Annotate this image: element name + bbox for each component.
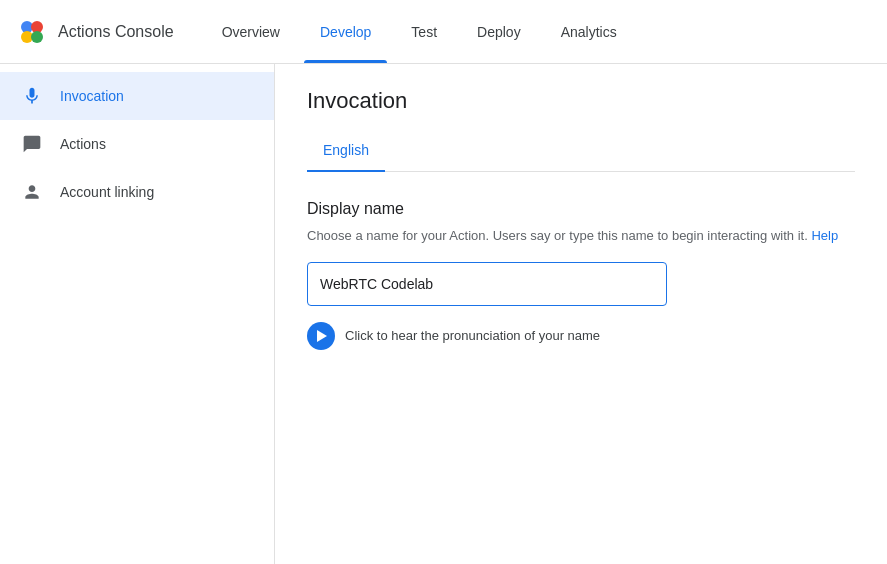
tab-develop[interactable]: Develop	[304, 0, 387, 63]
display-name-input[interactable]	[307, 262, 667, 306]
help-link[interactable]: Help	[811, 228, 838, 243]
sidebar-item-invocation[interactable]: Invocation	[0, 72, 274, 120]
sidebar-label-invocation: Invocation	[60, 88, 124, 104]
tab-english[interactable]: English	[307, 130, 385, 172]
sidebar-label-account-linking: Account linking	[60, 184, 154, 200]
nav-tabs: Overview Develop Test Deploy Analytics	[206, 0, 871, 63]
pronunciation-row: Click to hear the pronunciation of your …	[307, 322, 855, 350]
sidebar-item-actions[interactable]: Actions	[0, 120, 274, 168]
play-pronunciation-button[interactable]	[307, 322, 335, 350]
main-content: Invocation English Display name Choose a…	[275, 64, 887, 564]
svg-point-3	[31, 31, 43, 43]
content-area: Display name Choose a name for your Acti…	[275, 172, 887, 378]
tab-test[interactable]: Test	[395, 0, 453, 63]
person-icon	[20, 182, 44, 202]
pronunciation-label: Click to hear the pronunciation of your …	[345, 328, 600, 343]
tab-overview[interactable]: Overview	[206, 0, 296, 63]
sidebar: Invocation Actions Account linking	[0, 64, 275, 564]
google-logo	[16, 16, 48, 48]
language-tabs-bar: English	[307, 130, 855, 172]
main-layout: Invocation Actions Account linking Invoc…	[0, 64, 887, 564]
sidebar-item-account-linking[interactable]: Account linking	[0, 168, 274, 216]
logo-area: Actions Console	[16, 16, 174, 48]
sidebar-label-actions: Actions	[60, 136, 106, 152]
section-description: Choose a name for your Action. Users say…	[307, 226, 855, 246]
tab-deploy[interactable]: Deploy	[461, 0, 537, 63]
display-name-label: Display name	[307, 200, 855, 218]
page-header: Invocation English	[275, 64, 887, 172]
chat-icon	[20, 134, 44, 154]
app-header: Actions Console Overview Develop Test De…	[0, 0, 887, 64]
app-title: Actions Console	[58, 23, 174, 41]
tab-analytics[interactable]: Analytics	[545, 0, 633, 63]
mic-icon	[20, 86, 44, 106]
play-triangle-icon	[317, 330, 327, 342]
page-title: Invocation	[307, 88, 855, 114]
